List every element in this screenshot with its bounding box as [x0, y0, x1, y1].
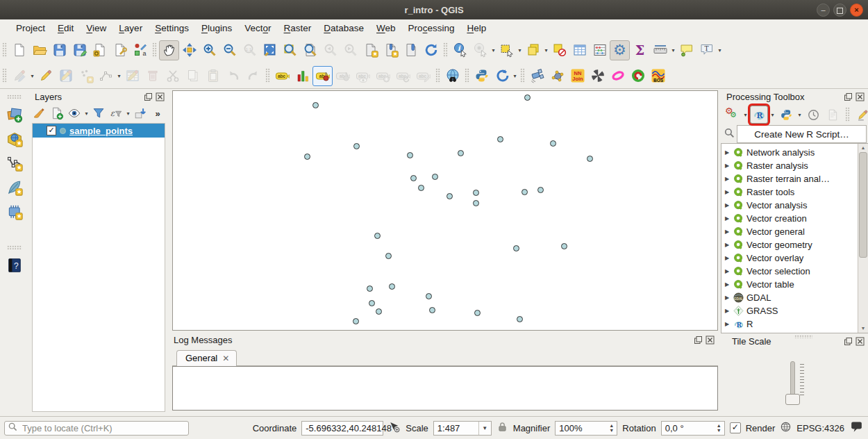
new-geopackage-icon[interactable] [6, 131, 24, 147]
extent-toggle-icon[interactable] [388, 421, 401, 436]
metasearch-icon[interactable] [442, 66, 462, 86]
toolbar-handle[interactable] [520, 68, 525, 83]
spin-up-icon[interactable]: ▲ [717, 423, 721, 428]
toolbar-handle[interactable] [2, 68, 7, 83]
select-expression-icon[interactable] [523, 40, 543, 60]
toolbar-handle[interactable] [465, 68, 469, 83]
proc-python-icon[interactable] [777, 106, 795, 124]
menu-item-web[interactable]: Web [370, 21, 402, 35]
map-tips-icon[interactable] [676, 40, 696, 60]
title-bar[interactable]: r_intro - QGIS – × [0, 0, 868, 19]
new-bookmark-icon[interactable] [360, 40, 381, 60]
tree-item-raster-terrain-anal[interactable]: ▶Raster terrain anal… [724, 172, 858, 185]
filter-legend-icon[interactable] [90, 105, 107, 122]
nn-join-icon[interactable]: NNJoin [567, 66, 587, 86]
coordinate-input[interactable]: -5.696332,40.248148 [301, 421, 383, 436]
expander-icon[interactable]: ▶ [724, 229, 731, 235]
add-group-icon[interactable] [49, 105, 65, 122]
tree-item-vector-general[interactable]: ▶Vector general [724, 225, 858, 238]
pinwheel-tool-icon[interactable] [587, 66, 608, 86]
toolbar-handle[interactable] [443, 42, 448, 58]
open-project-icon[interactable] [29, 40, 49, 60]
crs-globe-icon[interactable] [780, 421, 792, 435]
spiral-tool-icon[interactable] [628, 66, 648, 86]
pin-labels-icon[interactable]: ab [312, 66, 333, 86]
chevron-down-icon[interactable]: ▾ [670, 47, 676, 53]
chevron-down-icon[interactable]: ▾ [517, 47, 523, 53]
scroll-up-icon[interactable]: ▲ [861, 144, 866, 152]
attribute-table-icon[interactable] [569, 40, 590, 60]
chevron-down-icon[interactable]: ▾ [490, 47, 496, 53]
scale-combobox[interactable]: 1:487 ▼ [433, 421, 492, 436]
tree-item-raster-analysis[interactable]: ▶Raster analysis [724, 159, 858, 172]
menu-item-help[interactable]: Help [460, 21, 492, 35]
save-project-as-icon[interactable] [69, 40, 90, 60]
tilescale-close-button[interactable] [855, 336, 865, 346]
zoom-to-layer-icon[interactable] [300, 40, 320, 60]
messages-icon[interactable] [849, 420, 864, 436]
new-virtual-layer-icon[interactable] [6, 204, 24, 220]
zoom-in-icon[interactable] [199, 40, 219, 60]
overflow-icon[interactable]: » [149, 105, 166, 122]
menu-item-vector[interactable]: Vector [238, 21, 277, 35]
processing-float-button[interactable] [843, 92, 853, 101]
layer-diagram-icon[interactable] [292, 66, 312, 86]
render-checkbox[interactable]: ✓ [730, 422, 741, 433]
expander-icon[interactable]: ▶ [724, 321, 731, 327]
expander-icon[interactable]: ▶ [724, 202, 731, 208]
chevron-down-icon[interactable]: ▾ [83, 110, 90, 117]
tree-item-vector-analysis[interactable]: ▶Vector analysis [724, 199, 858, 212]
menu-item-processing[interactable]: Processing [402, 21, 461, 35]
tree-item-gdal[interactable]: ▶GDALGDAL [724, 291, 858, 304]
zoom-full-icon[interactable] [260, 40, 280, 60]
statistics-icon[interactable] [590, 40, 610, 60]
chevron-down-icon[interactable]: ▾ [29, 73, 35, 79]
gps-tools-icon[interactable] [527, 66, 547, 86]
tree-scrollbar[interactable]: ▲▼ [858, 144, 868, 333]
bos-tool-icon[interactable]: BOS [648, 66, 668, 86]
spin-down-icon[interactable]: ▼ [609, 428, 614, 433]
expander-icon[interactable]: ▶ [724, 215, 731, 222]
new-project-icon[interactable] [9, 40, 29, 60]
new-shapefile-icon[interactable] [6, 155, 24, 172]
topology-checker-icon[interactable] [547, 66, 567, 86]
chevron-down-icon[interactable]: ▾ [512, 73, 518, 79]
proc-edit-icon[interactable] [853, 106, 868, 124]
proc-history-icon[interactable] [804, 106, 822, 124]
remove-layer-icon[interactable] [132, 105, 149, 122]
proc-scripts-icon[interactable]: ⚙⚙ [723, 106, 741, 124]
processing-toolbox-icon[interactable]: ⚙ [610, 40, 630, 60]
layer-row[interactable]: ✓sample_points [33, 124, 165, 138]
toolbar-handle[interactable] [845, 107, 850, 122]
scroll-thumb[interactable] [859, 152, 867, 258]
chevron-down-icon[interactable]: ▾ [543, 47, 549, 53]
tree-item-raster-tools[interactable]: ▶Raster tools [724, 185, 858, 199]
expander-icon[interactable]: ▶ [724, 255, 731, 261]
chevron-down-icon[interactable]: ▾ [769, 112, 776, 118]
ring-tool-icon[interactable] [608, 66, 628, 86]
expander-icon[interactable]: ▶ [724, 149, 731, 156]
map-themes-icon[interactable] [66, 105, 83, 122]
expander-icon[interactable]: ▶ [724, 242, 731, 248]
filter-expression-icon[interactable]: ε [108, 105, 124, 122]
spin-down-icon[interactable]: ▼ [717, 428, 721, 433]
menu-item-database[interactable]: Database [317, 21, 370, 35]
expander-icon[interactable]: ▶ [724, 189, 731, 195]
expander-icon[interactable]: ▶ [724, 163, 731, 169]
spin-up-icon[interactable]: ▲ [609, 423, 614, 428]
new-spatialite-icon[interactable] [6, 179, 24, 196]
save-project-icon[interactable] [49, 40, 69, 60]
menu-item-plugins[interactable]: Plugins [195, 21, 238, 35]
bookmarks-icon[interactable] [401, 40, 421, 60]
scroll-down-icon[interactable]: ▼ [861, 324, 866, 333]
zoom-out-icon[interactable] [219, 40, 240, 60]
log-float-button[interactable] [693, 335, 703, 345]
panel-resize-handle[interactable] [794, 335, 812, 338]
menu-item-raster[interactable]: Raster [278, 21, 318, 35]
layer-checkbox[interactable]: ✓ [47, 126, 56, 135]
help-contents-icon[interactable]: ? [6, 257, 24, 274]
chevron-down-icon[interactable]: ▾ [796, 112, 803, 118]
locator-input[interactable] [21, 422, 185, 434]
sum-features-icon[interactable]: Σ [630, 40, 650, 60]
locator-box[interactable] [4, 421, 189, 436]
